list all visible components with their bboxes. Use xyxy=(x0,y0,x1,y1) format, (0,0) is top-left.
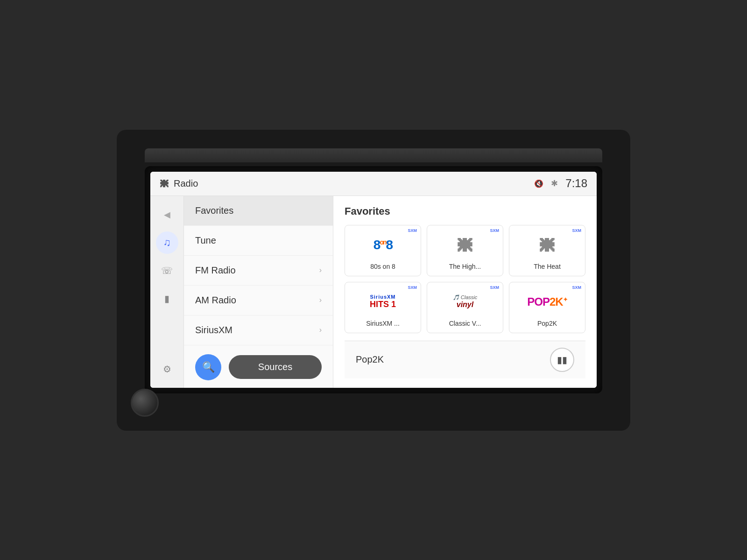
top-bar-left: 🞾 Radio xyxy=(160,178,198,189)
menu-item-tune[interactable]: Tune xyxy=(184,226,333,256)
sidebar-item-phone[interactable]: ☏ xyxy=(156,259,178,282)
menu-item-favorites[interactable]: Favorites xyxy=(184,196,333,226)
card-name-classicvinyl: Classic V... xyxy=(449,320,481,327)
menu-panel: Favorites Tune FM Radio › AM Radio › Sir xyxy=(184,196,333,388)
favorites-panel: Favorites SXM 8on8 80s on 8 SXM xyxy=(333,196,597,388)
card-badge-heat: SXM xyxy=(572,228,581,233)
search-button[interactable]: 🔍 xyxy=(195,354,221,380)
mute-icon: 🔇 xyxy=(534,179,543,188)
sidebar-item-settings[interactable]: ⚙ xyxy=(156,358,178,380)
card-badge-high: SXM xyxy=(490,228,499,233)
chevron-am-icon: › xyxy=(319,296,322,304)
car-frame: 🞾 Radio 🔇 ✱ 7:18 ◀ ♫ ☏ ▮ ⚙ xyxy=(117,130,630,431)
favorite-card-80s8[interactable]: SXM 8on8 80s on 8 xyxy=(345,225,421,276)
menu-label-favorites: Favorites xyxy=(195,205,233,216)
favorite-card-classicvinyl[interactable]: SXM 🎵 Classic vinyl Classic V... xyxy=(427,282,503,333)
dashboard-top xyxy=(145,148,602,162)
card-logo-high: 🞾 xyxy=(433,231,497,259)
page-title: Radio xyxy=(174,178,198,189)
bluetooth-icon: ✱ xyxy=(551,178,558,189)
favorite-card-high[interactable]: SXM 🞾 The High... xyxy=(427,225,503,276)
menu-label-fm-radio: FM Radio xyxy=(195,265,236,276)
radio-header-icon: 🞾 xyxy=(160,178,169,189)
volume-knob[interactable] xyxy=(131,389,159,417)
menu-label-am-radio: AM Radio xyxy=(195,295,236,306)
top-bar: 🞾 Radio 🔇 ✱ 7:18 xyxy=(150,172,597,196)
card-logo-80s8: 8on8 xyxy=(351,231,415,259)
top-bar-right: 🔇 ✱ 7:18 xyxy=(534,177,587,190)
menu-label-siriusxm: SiriusXM xyxy=(195,325,233,336)
main-content: ◀ ♫ ☏ ▮ ⚙ Favorites Tune FM Ra xyxy=(150,196,597,388)
card-name-siriusxm: SiriusXM ... xyxy=(366,320,400,327)
menu-item-fm-radio[interactable]: FM Radio › xyxy=(184,256,333,286)
menu-item-siriusxm[interactable]: SiriusXM › xyxy=(184,315,333,345)
favorite-card-pop2k[interactable]: SXM POP2K✦ Pop2K xyxy=(509,282,585,333)
card-logo-heat: 🞾 xyxy=(515,231,579,259)
card-badge-pop2k: SXM xyxy=(572,285,581,290)
radio-logo-high: 🞾 xyxy=(457,235,473,255)
card-badge-siriusxm: SXM xyxy=(408,285,417,290)
chevron-fm-icon: › xyxy=(319,266,322,274)
radio-logo-heat: 🞾 xyxy=(539,235,556,255)
pause-button[interactable]: ▮▮ xyxy=(550,348,574,372)
card-name-heat: The Heat xyxy=(534,263,561,270)
sidebar-item-car[interactable]: ▮ xyxy=(156,287,178,310)
favorites-grid: SXM 8on8 80s on 8 SXM 🞾 T xyxy=(345,225,585,333)
menu-item-am-radio[interactable]: AM Radio › xyxy=(184,286,333,315)
sources-button[interactable]: Sources xyxy=(229,355,322,379)
card-name-80s8: 80s on 8 xyxy=(370,263,395,270)
card-badge-80s8: SXM xyxy=(408,228,417,233)
card-name-pop2k: Pop2K xyxy=(537,320,557,327)
card-logo-siriusxm: SiriusXM HITS 1 xyxy=(351,288,415,316)
sidebar: ◀ ♫ ☏ ▮ ⚙ xyxy=(150,196,184,388)
favorite-card-heat[interactable]: SXM 🞾 The Heat xyxy=(509,225,585,276)
card-name-high: The High... xyxy=(449,263,481,270)
sidebar-item-music[interactable]: ♫ xyxy=(156,231,178,254)
favorite-card-siriusxm[interactable]: SXM SiriusXM HITS 1 SiriusXM ... xyxy=(345,282,421,333)
card-logo-classicvinyl: 🎵 Classic vinyl xyxy=(433,288,497,316)
favorites-title: Favorites xyxy=(345,205,585,217)
now-playing-title: Pop2K xyxy=(356,354,384,365)
now-playing-bar: Pop2K ▮▮ xyxy=(345,341,585,378)
clock: 7:18 xyxy=(565,177,587,190)
screen-bezel: 🞾 Radio 🔇 ✱ 7:18 ◀ ♫ ☏ ▮ ⚙ xyxy=(145,166,602,393)
screen: 🞾 Radio 🔇 ✱ 7:18 ◀ ♫ ☏ ▮ ⚙ xyxy=(150,172,597,388)
card-badge-classicvinyl: SXM xyxy=(490,285,499,290)
card-logo-pop2k: POP2K✦ xyxy=(515,288,579,316)
bottom-controls: 🔍 Sources xyxy=(184,347,333,388)
sidebar-item-navigation[interactable]: ◀ xyxy=(156,203,178,226)
menu-label-tune: Tune xyxy=(195,235,216,246)
chevron-sirius-icon: › xyxy=(319,326,322,334)
